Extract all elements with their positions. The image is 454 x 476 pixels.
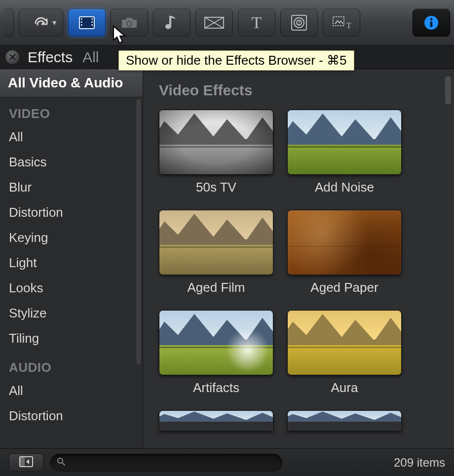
close-icon: ✕ — [8, 51, 17, 63]
sidebar-item[interactable]: Stylize — [0, 301, 143, 326]
sidebar: All Video & Audio VIDEOAllBasicsBlurDist… — [0, 69, 143, 448]
effect-thumbnail[interactable] — [159, 210, 273, 275]
effect-thumbnail[interactable] — [159, 410, 273, 431]
footer: 209 items — [0, 448, 454, 476]
sidebar-item[interactable]: Basics — [0, 150, 143, 175]
panel-collapse-icon — [19, 456, 33, 469]
svg-text:T: T — [346, 21, 351, 30]
search-icon — [57, 457, 66, 468]
svg-text:2: 2 — [298, 20, 301, 26]
sidebar-item[interactable]: Distortion — [0, 200, 143, 225]
sidebar-item[interactable]: Light — [0, 250, 143, 276]
effect-label: Artifacts — [159, 380, 273, 396]
svg-rect-20 — [20, 457, 25, 467]
photos-browser-button[interactable] — [111, 9, 148, 37]
generators-icon: 2 — [290, 14, 308, 32]
sidebar-item[interactable]: All — [0, 378, 143, 403]
inspector-button[interactable] — [413, 9, 450, 37]
redo-icon — [33, 15, 49, 30]
sidebar-item[interactable]: Distortion — [0, 403, 143, 429]
sidebar-item[interactable]: Keying — [0, 225, 143, 250]
browser-title: Effects — [28, 49, 73, 66]
effect-label: Add Noise — [287, 180, 402, 195]
search-input[interactable] — [70, 457, 276, 468]
info-icon — [423, 14, 440, 31]
effect-cell: Artifacts — [159, 310, 273, 396]
effect-thumbnail[interactable] — [159, 310, 273, 375]
filmstrip-icon — [77, 15, 97, 31]
effect-thumbnail[interactable] — [159, 110, 273, 175]
close-browser-button[interactable]: ✕ — [5, 50, 20, 65]
svg-line-22 — [62, 463, 65, 465]
effect-label: Aura — [287, 380, 402, 396]
effect-label: Aged Film — [159, 280, 273, 295]
svg-rect-4 — [92, 18, 93, 20]
sidebar-scrollbar[interactable] — [136, 99, 141, 365]
sidebar-group-header: AUDIO — [0, 351, 143, 378]
effect-thumbnail[interactable] — [287, 310, 402, 375]
svg-point-17 — [430, 18, 433, 20]
search-field[interactable] — [50, 454, 282, 472]
transitions-icon — [204, 16, 225, 30]
toggle-sidebar-button[interactable] — [9, 454, 43, 472]
chevron-down-icon: ▼ — [51, 19, 58, 27]
titles-browser-button[interactable]: T — [238, 9, 275, 37]
effect-cell: Add Noise — [287, 110, 402, 195]
effect-thumbnail[interactable] — [287, 410, 402, 431]
effect-cell: Aged Film — [159, 210, 273, 295]
content-section-title: Video Effects — [159, 82, 440, 99]
effects-browser-button[interactable] — [68, 9, 106, 37]
sidebar-group-header: VIDEO — [0, 97, 143, 124]
effect-cell: Aura — [287, 310, 402, 396]
camera-icon — [119, 15, 139, 30]
sidebar-item[interactable]: All — [0, 124, 143, 150]
sidebar-item[interactable]: Tiling — [0, 326, 143, 351]
content-scrollbar[interactable] — [445, 76, 451, 105]
themes-browser-button[interactable]: T — [323, 9, 360, 37]
effect-label: 50s TV — [159, 180, 273, 195]
svg-rect-18 — [430, 21, 433, 27]
tooltip: Show or hide the Effects Browser - ⌘5 — [118, 50, 354, 71]
effects-content: Video Effects 50s TVAdd NoiseAged FilmAg… — [143, 69, 454, 448]
transitions-browser-button[interactable] — [195, 9, 233, 37]
svg-rect-3 — [81, 24, 82, 26]
sidebar-selected-item[interactable]: All Video & Audio — [0, 69, 143, 97]
effect-thumbnail[interactable] — [287, 110, 402, 175]
titles-icon: T — [252, 13, 262, 32]
browser-filter-label[interactable]: All — [82, 49, 99, 66]
toolbar: ▼ T 2 T — [0, 0, 454, 45]
sidebar-item[interactable]: Looks — [0, 276, 143, 301]
svg-rect-5 — [92, 21, 93, 23]
item-count: 209 items — [394, 456, 445, 470]
svg-rect-2 — [81, 21, 82, 23]
effect-cell: Aged Paper — [287, 210, 402, 295]
svg-point-8 — [128, 22, 131, 25]
effect-label: Aged Paper — [287, 280, 402, 295]
toolbar-cutoff-left — [4, 9, 14, 37]
svg-rect-1 — [81, 18, 82, 20]
sidebar-item[interactable]: Blur — [0, 175, 143, 200]
effect-cell: 50s TV — [159, 110, 273, 195]
effect-thumbnail[interactable] — [287, 210, 402, 275]
themes-icon: T — [332, 15, 351, 30]
generators-browser-button[interactable]: 2 — [280, 9, 318, 37]
svg-rect-6 — [92, 24, 93, 26]
music-browser-button[interactable] — [153, 9, 190, 37]
music-note-icon — [164, 14, 179, 32]
redo-menu-button[interactable]: ▼ — [19, 9, 63, 37]
